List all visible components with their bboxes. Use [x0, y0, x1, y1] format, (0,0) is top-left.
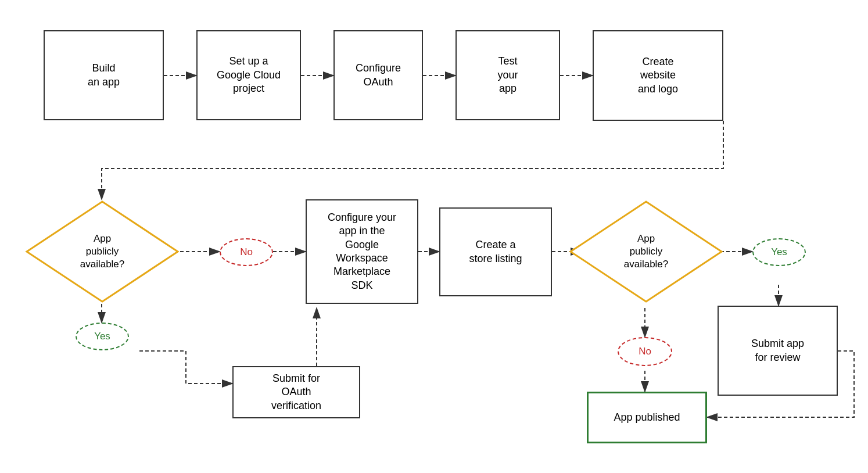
- no-oval-2: No: [618, 337, 672, 366]
- test-app-box: Test your app: [455, 30, 560, 120]
- yes-oval-1: Yes: [76, 322, 129, 350]
- flowchart-diagram: Build an app Set up a Google Cloud proje…: [0, 0, 868, 473]
- app-published-box: App published: [587, 392, 707, 443]
- setup-google-box: Set up a Google Cloud project: [196, 30, 301, 120]
- create-website-box: Create website and logo: [593, 30, 723, 121]
- no-oval-1: No: [220, 238, 273, 266]
- diamond-label-1: App publicly available?: [80, 232, 125, 271]
- build-app-box: Build an app: [44, 30, 164, 120]
- yes-oval-2: Yes: [752, 238, 806, 266]
- configure-workspace-box: Configure your app in the Google Workspa…: [306, 199, 418, 304]
- diamond-app-available-2: App publicly available?: [568, 199, 724, 304]
- configure-oauth-box: Configure OAuth: [333, 30, 423, 120]
- create-store-box: Create a store listing: [439, 207, 552, 296]
- diamond-label-2: App publicly available?: [624, 232, 669, 271]
- submit-oauth-box: Submit for OAuth verification: [232, 366, 360, 418]
- diamond-app-available-1: App publicly available?: [24, 199, 180, 304]
- submit-review-box: Submit app for review: [718, 306, 838, 396]
